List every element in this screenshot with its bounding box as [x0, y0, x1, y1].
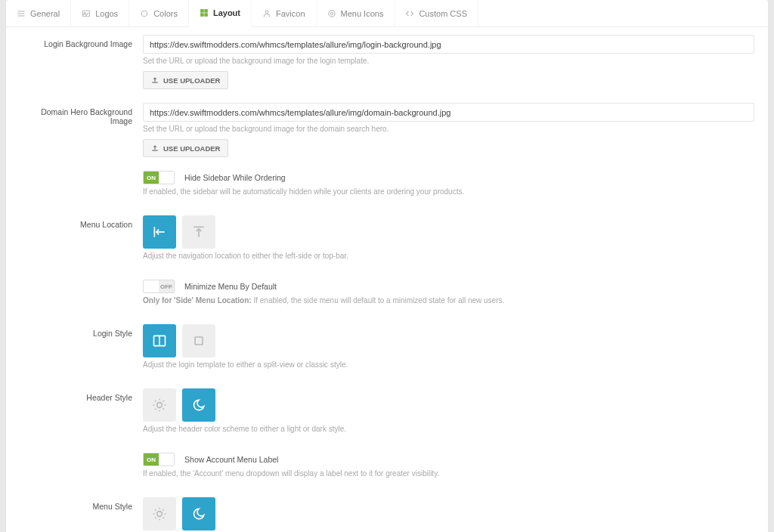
svg-line-38 [155, 518, 156, 518]
header-style-help: Adjust the header color scheme to either… [143, 425, 754, 433]
tab-menu-icons[interactable]: Menu Icons [317, 0, 395, 26]
single-view-icon [191, 333, 206, 348]
svg-rect-9 [205, 14, 208, 17]
menu-location-top[interactable] [182, 215, 215, 249]
minimize-help: Only for 'Side' Menu Location: If enable… [143, 296, 754, 305]
tab-colors[interactable]: Colors [129, 0, 189, 26]
menu-location-side[interactable] [143, 215, 176, 249]
tab-logos[interactable]: Logos [71, 0, 129, 26]
svg-rect-13 [152, 82, 158, 83]
svg-line-30 [163, 401, 164, 401]
tabs: General Logos Colors Layout Favicon Menu… [6, 0, 768, 27]
hide-sidebar-toggle[interactable]: ON [143, 171, 175, 184]
show-account-label: Show Account Menu Label [184, 455, 278, 464]
list-icon [17, 9, 26, 18]
svg-line-36 [155, 509, 156, 510]
login-bg-help: Set the URL or upload the background ima… [143, 57, 754, 65]
show-account-help: If enabled, the 'Account' menu dropdown … [143, 469, 754, 478]
svg-point-12 [328, 10, 334, 16]
svg-point-22 [157, 403, 163, 408]
grid-icon [200, 8, 209, 17]
gear-icon [327, 9, 336, 18]
minimize-label: Minimize Menu By Default [184, 282, 277, 291]
menu-style-light[interactable] [143, 497, 176, 530]
sun-icon [152, 506, 167, 521]
login-style-classic[interactable] [182, 324, 215, 357]
login-style-help: Adjust the login template to either a sp… [143, 360, 754, 369]
login-style-split[interactable] [143, 324, 176, 357]
tab-favicon[interactable]: Favicon [252, 0, 317, 26]
sun-icon [152, 397, 167, 413]
domain-bg-uploader-button[interactable]: USE UPLOADER [143, 139, 228, 157]
header-style-light[interactable] [143, 388, 176, 422]
login-bg-input[interactable] [143, 35, 754, 54]
show-account-toggle[interactable]: ON [143, 453, 175, 466]
menu-style-dark[interactable] [182, 497, 215, 530]
moon-icon [191, 506, 206, 521]
hide-sidebar-label: Hide Sidebar While Ordering [184, 173, 286, 182]
menu-location-help: Adjust the navigation location to either… [143, 252, 754, 260]
svg-rect-21 [195, 337, 203, 345]
svg-rect-8 [200, 14, 203, 17]
svg-line-29 [155, 409, 156, 410]
tab-general[interactable]: General [6, 0, 71, 26]
header-style-label: Header Style [20, 388, 143, 402]
svg-point-11 [330, 12, 333, 14]
svg-rect-14 [152, 150, 158, 151]
split-view-icon [152, 333, 167, 348]
upload-icon [151, 144, 159, 152]
tab-custom-css[interactable]: Custom CSS [395, 0, 478, 26]
domain-bg-label: Domain Hero Background Image [20, 103, 143, 125]
login-bg-label: Login Background Image [20, 35, 143, 48]
tab-layout[interactable]: Layout [189, 0, 252, 27]
palette-icon [140, 9, 149, 18]
svg-point-31 [157, 512, 163, 517]
svg-line-39 [163, 509, 164, 510]
svg-point-5 [141, 11, 147, 17]
hide-sidebar-help: If enabled, the sidebar will be automati… [143, 187, 754, 196]
svg-line-37 [163, 518, 164, 518]
image-icon [82, 9, 91, 18]
domain-bg-input[interactable] [143, 103, 754, 122]
menu-location-label: Menu Location [20, 215, 143, 229]
svg-rect-7 [205, 10, 208, 13]
header-style-dark[interactable] [182, 388, 215, 422]
domain-bg-help: Set the URL or upload the background ima… [143, 125, 754, 133]
svg-line-27 [155, 401, 156, 401]
svg-rect-6 [200, 10, 203, 13]
user-icon [262, 9, 271, 18]
code-icon [405, 9, 414, 18]
svg-point-10 [265, 10, 268, 13]
svg-line-28 [163, 409, 164, 410]
minimize-toggle[interactable]: OFF [143, 280, 175, 293]
login-style-label: Login Style [20, 324, 143, 338]
upload-icon [151, 76, 159, 84]
menu-style-label: Menu Style [20, 497, 143, 511]
login-bg-uploader-button[interactable]: USE UPLOADER [143, 71, 228, 89]
arrow-up-bar-icon [191, 224, 206, 240]
arrow-left-bar-icon [152, 224, 167, 240]
moon-icon [191, 397, 206, 413]
